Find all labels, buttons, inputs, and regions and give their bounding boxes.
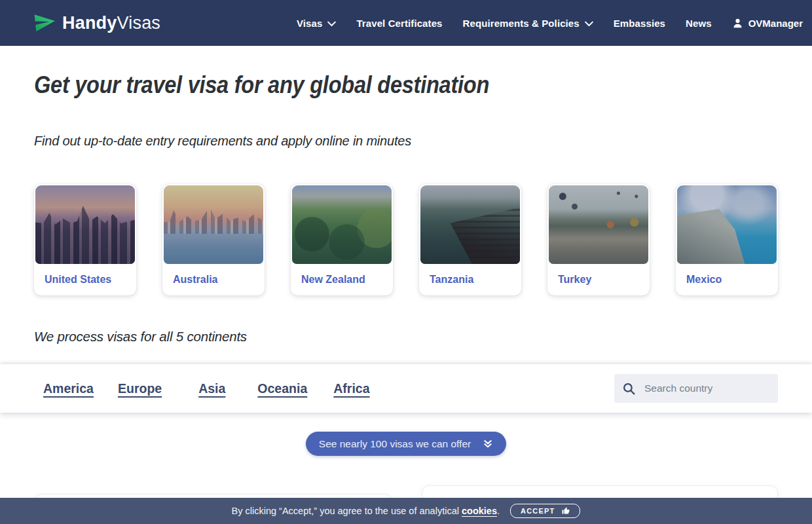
- destination-card-turkey[interactable]: Turkey: [547, 184, 650, 295]
- accept-cookies-button[interactable]: ACCEPT: [510, 504, 580, 518]
- search-icon: [622, 382, 636, 396]
- cookies-link[interactable]: cookies: [462, 506, 497, 516]
- nav-item-visas[interactable]: Visas: [297, 18, 336, 29]
- cookie-consent-text: By clicking “Accept,” you agree to the u…: [232, 506, 500, 516]
- top-nav-bar: HandyVisas Visas Travel Certificates Req…: [0, 0, 812, 46]
- destination-card-row: United States Australia New Zealand Tanz…: [34, 184, 778, 295]
- handyvisas-logo[interactable]: HandyVisas: [34, 13, 160, 33]
- destination-card-mexico[interactable]: Mexico: [676, 184, 778, 295]
- destination-image-hot-air-balloons: [549, 185, 648, 264]
- page-title: Get your travel visa for any global dest…: [34, 69, 689, 101]
- continent-filter-bar: America Europe Asia Oceania Africa: [0, 364, 812, 413]
- see-all-visas-button[interactable]: See nearly 100 visas we can offer: [306, 432, 506, 456]
- nav-item-requirements-policies[interactable]: Requirements & Policies: [463, 18, 593, 29]
- account-menu-ovmanager[interactable]: OVManager: [732, 18, 803, 29]
- search-input[interactable]: [643, 382, 777, 395]
- destination-card-tanzania[interactable]: Tanzania: [419, 184, 521, 295]
- tab-africa[interactable]: Africa: [333, 381, 369, 396]
- destination-image-forest-landscape: [292, 185, 392, 264]
- chevron-down-icon: [585, 20, 593, 27]
- flight-takeoff-icon: [34, 13, 56, 33]
- nav-item-travel-certificates[interactable]: Travel Certificates: [356, 18, 442, 29]
- nav-item-embassies[interactable]: Embassies: [614, 18, 665, 29]
- destination-label: New Zealand: [301, 274, 393, 286]
- nav-item-news[interactable]: News: [686, 18, 712, 29]
- destination-card-new-zealand[interactable]: New Zealand: [291, 184, 393, 295]
- main-navigation: Visas Travel Certificates Requirements &…: [297, 18, 803, 29]
- destination-label: Tanzania: [430, 274, 521, 286]
- destination-image-beach-pier: [420, 185, 520, 264]
- thumbs-up-icon: [562, 507, 570, 515]
- destination-card-australia[interactable]: Australia: [162, 184, 265, 295]
- destination-label: Mexico: [686, 274, 778, 286]
- destination-image-new-york-skyline: [35, 185, 135, 264]
- destination-image-coastal-cliff: [677, 185, 777, 264]
- tab-oceania[interactable]: Oceania: [257, 381, 307, 396]
- user-icon: [732, 18, 743, 29]
- chevron-down-icon: [327, 20, 336, 27]
- tab-asia[interactable]: Asia: [198, 381, 225, 396]
- destination-card-united-states[interactable]: United States: [34, 184, 136, 295]
- destination-label: Turkey: [558, 274, 650, 286]
- page-subtitle: Find out up-to-date entry requirements a…: [34, 134, 778, 149]
- destination-label: Australia: [173, 274, 265, 286]
- cookie-consent-banner: By clicking “Accept,” you agree to the u…: [0, 498, 812, 524]
- country-search-box: [614, 374, 778, 403]
- continents-intro-text: We process visas for all 5 continents: [34, 329, 778, 345]
- brand-wordmark: HandyVisas: [62, 14, 160, 32]
- destination-image-sydney-opera-house: [164, 185, 263, 264]
- tab-europe[interactable]: Europe: [118, 381, 162, 396]
- continent-tabs: America Europe Asia Oceania Africa: [43, 381, 370, 396]
- tab-america[interactable]: America: [43, 381, 94, 396]
- main-content: Get your travel visa for any global dest…: [0, 69, 812, 345]
- destination-label: United States: [45, 274, 136, 286]
- double-chevron-down-icon: [483, 439, 493, 449]
